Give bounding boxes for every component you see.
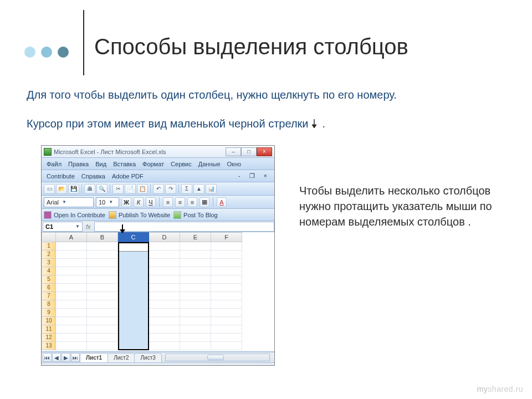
row-header[interactable]: 5 (42, 275, 56, 284)
doc-minimize-icon[interactable]: - (236, 171, 243, 181)
doc-restore-icon[interactable]: ❐ (247, 171, 258, 181)
font-name-combo[interactable]: Arial▼ (44, 197, 94, 207)
excel-screenshot: Microsoft Excel - Лист Microsoft Excel.x… (41, 145, 275, 366)
publish-label: Publish To Website (119, 212, 170, 218)
align-left-button[interactable]: ≡ (163, 197, 173, 207)
column-header-F[interactable]: F (211, 232, 242, 242)
doc-close-icon[interactable]: × (261, 171, 270, 181)
row-header[interactable]: 12 (42, 334, 56, 342)
status-ready: Готово (45, 366, 62, 366)
sheet-tab[interactable]: Лист2 (108, 353, 135, 362)
row-header[interactable]: 13 (42, 342, 56, 350)
scroll-thumb[interactable] (207, 355, 224, 360)
underline-button[interactable]: Ч (146, 197, 156, 207)
blog-icon (173, 211, 181, 219)
select-all-corner[interactable] (42, 232, 56, 242)
vertical-rule (83, 10, 84, 75)
menu-data[interactable]: Данные (196, 160, 223, 168)
menu-tools[interactable]: Сервис (168, 160, 195, 168)
align-right-button[interactable]: ≡ (187, 197, 197, 207)
dot-icon (24, 47, 35, 58)
bold-button[interactable]: Ж (121, 197, 131, 207)
redo-button[interactable]: ↷ (165, 184, 176, 194)
tab-nav-next[interactable]: ▶ (62, 353, 70, 362)
autosum-button[interactable]: Σ (181, 184, 192, 194)
paragraph-2: Курсор при этом имеет вид маленькой черн… (27, 116, 503, 132)
column-header-A[interactable]: A (56, 232, 87, 242)
toolbar-separator (159, 197, 160, 207)
menu-contribute[interactable]: Contribute (44, 172, 78, 181)
horizontal-scrollbar[interactable] (165, 354, 270, 361)
svg-marker-1 (312, 125, 316, 128)
row-header[interactable]: 1 (42, 242, 56, 250)
column-header-B[interactable]: B (87, 232, 118, 242)
down-arrow-icon (311, 117, 319, 132)
row-header[interactable]: 2 (42, 250, 56, 259)
dot-icon (58, 47, 69, 58)
menu-insert[interactable]: Вставка (110, 160, 139, 168)
sort-asc-button[interactable]: ▲ (193, 184, 204, 194)
font-size-value: 10 (99, 199, 105, 206)
publish-icon (109, 211, 116, 219)
publish-to-website-button[interactable]: Publish To Website (109, 211, 170, 219)
column-header-D[interactable]: D (149, 232, 180, 242)
menu-view[interactable]: Вид (93, 160, 109, 168)
name-box[interactable]: C1▼ (43, 222, 83, 232)
row-header[interactable]: 10 (42, 317, 56, 325)
open-button[interactable]: 📂 (56, 184, 67, 194)
maximize-button[interactable]: □ (241, 147, 257, 156)
sheet-tab[interactable]: Лист1 (80, 353, 108, 362)
column-header-E[interactable]: E (180, 232, 211, 242)
open-in-contribute-button[interactable]: Open In Contribute (44, 211, 105, 219)
row-header[interactable]: 3 (42, 259, 56, 267)
tab-nav-last[interactable]: ⏭ (71, 353, 80, 362)
contribute-toolbar: Open In Contribute Publish To Website Po… (42, 209, 274, 221)
chart-button[interactable]: 📊 (206, 184, 217, 194)
row-header[interactable]: 6 (42, 284, 56, 292)
contribute-icon (44, 211, 52, 219)
spreadsheet-grid[interactable]: A B C D E F 1 2 3 4 5 6 7 8 9 10 11 12 (42, 232, 274, 352)
menu-format[interactable]: Формат (140, 160, 167, 168)
row-header[interactable]: 11 (42, 325, 56, 334)
print-button[interactable]: 🖶 (84, 184, 95, 194)
tab-nav-first[interactable]: ⏮ (43, 353, 52, 362)
menu-edit[interactable]: Правка (65, 160, 91, 168)
active-cell (119, 243, 148, 252)
minimize-button[interactable]: – (226, 147, 241, 156)
toolbar-separator (81, 184, 82, 194)
preview-button[interactable]: 🔍 (96, 184, 108, 194)
excel-icon (44, 148, 52, 156)
font-name-value: Arial (47, 199, 59, 206)
font-size-combo[interactable]: 10▼ (96, 197, 119, 207)
italic-button[interactable]: К (134, 197, 144, 207)
fx-label[interactable]: fx (86, 223, 91, 230)
menu-bar-2: Contribute Справка Adobe PDF - ❐ × (42, 170, 274, 182)
toolbar-separator (213, 197, 213, 207)
toolbar-separator (178, 184, 179, 194)
menu-adobe-pdf[interactable]: Adobe PDF (109, 172, 146, 181)
post-to-blog-button[interactable]: Post To Blog (173, 211, 218, 219)
align-center-button[interactable]: ≡ (175, 197, 185, 207)
paste-button[interactable]: 📋 (137, 184, 148, 194)
copy-button[interactable]: 📄 (125, 184, 136, 194)
row-headers: 1 2 3 4 5 6 7 8 9 10 11 12 13 (42, 242, 56, 350)
row-header[interactable]: 7 (42, 292, 56, 300)
font-color-button[interactable]: A (217, 197, 227, 207)
sheet-tab[interactable]: Лист3 (134, 353, 161, 362)
row-header[interactable]: 9 (42, 309, 56, 317)
menu-window[interactable]: Окно (224, 160, 244, 168)
merge-button[interactable]: ▦ (200, 197, 209, 207)
watermark-rest: shared.ru (488, 385, 523, 393)
row-header[interactable]: 4 (42, 267, 56, 275)
menu-file[interactable]: Файл (44, 160, 64, 168)
close-button[interactable]: × (257, 147, 272, 156)
undo-button[interactable]: ↶ (153, 184, 164, 194)
chevron-down-icon: ▼ (109, 200, 113, 204)
row-header[interactable]: 8 (42, 300, 56, 309)
tab-nav-prev[interactable]: ◀ (52, 353, 61, 362)
new-doc-button[interactable]: ▭ (44, 184, 55, 194)
cut-button[interactable]: ✂ (112, 184, 124, 194)
cell-area[interactable] (56, 242, 274, 350)
save-button[interactable]: 💾 (68, 184, 79, 194)
menu-help[interactable]: Справка (79, 172, 108, 181)
